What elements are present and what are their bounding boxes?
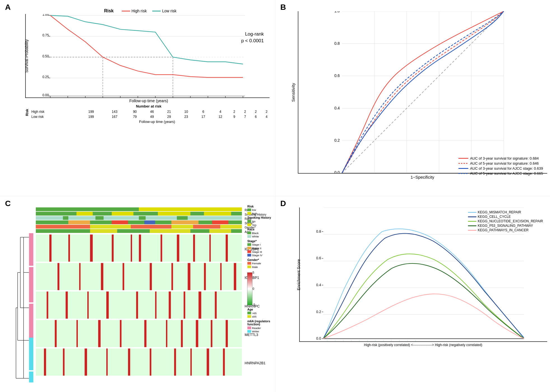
svg-rect-189 (247, 220, 251, 223)
svg-rect-87 (139, 207, 242, 211)
svg-text:1.00: 1.00 (42, 14, 49, 17)
svg-rect-111 (193, 225, 220, 229)
roc-legend-label-3: AUC of 3-year survival for AJCC stage: 0… (470, 166, 543, 171)
svg-rect-213 (247, 312, 251, 314)
svg-rect-168 (44, 349, 46, 376)
heatmap-mettl3-row: METTL3 (36, 320, 258, 347)
svg-rect-179 (247, 272, 252, 305)
svg-rect-128 (209, 235, 211, 262)
svg-text:0.4: 0.4 (316, 283, 321, 287)
svg-rect-83 (29, 304, 34, 339)
svg-rect-93 (204, 212, 231, 216)
svg-rect-162 (181, 320, 183, 347)
svg-text:METTL3: METTL3 (245, 333, 258, 337)
svg-rect-82 (29, 267, 34, 302)
svg-text:Race: Race (247, 228, 255, 231)
svg-rect-201 (247, 247, 251, 249)
svg-text:Gender*: Gender* (247, 258, 259, 262)
gsea-p53-label: KEGG_P53_SIGNALING_PATHWAY (478, 224, 533, 228)
km-container: Risk High risk Low risk Survival Probabi… (8, 8, 272, 193)
svg-rect-156 (55, 320, 57, 347)
svg-rect-173 (150, 349, 151, 376)
svg-text:White: White (252, 235, 259, 238)
gsea-legend: KEGG_MISMATCH_REPAIR KEGG_CELL_CYCLE KEG… (468, 210, 543, 233)
svg-rect-176 (207, 349, 209, 376)
svg-rect-149 (155, 291, 156, 319)
km-plot-area: Survival Probability Log-rankp < 0.0001 … (25, 14, 270, 98)
gsea-legend-cell-cycle: KEGG_CELL_CYCLE (468, 215, 543, 219)
svg-rect-141 (234, 263, 236, 290)
svg-text:0.6: 0.6 (334, 73, 340, 78)
svg-rect-96 (63, 216, 68, 220)
svg-rect-85 (29, 372, 34, 382)
svg-rect-81 (29, 233, 34, 266)
low-risk-row-label: Low risk (31, 115, 79, 119)
svg-rect-145 (65, 291, 68, 319)
svg-text:1.0: 1.0 (334, 11, 340, 13)
svg-rect-172 (128, 349, 130, 376)
gsea-cancer-pathways-label: KEGG_PATHWAYS_IN_CANCER (478, 228, 529, 232)
svg-text:Stage I: Stage I (252, 243, 261, 246)
svg-rect-148 (136, 291, 138, 319)
roc-legend-item-2: AUC of 5-year survival for signature: 0.… (458, 161, 543, 165)
svg-rect-159 (120, 320, 121, 347)
gsea-mismatch-label: KEGG_MISMATCH_REPAIR (478, 210, 521, 214)
svg-rect-191 (247, 223, 251, 226)
km-x-label: Follow-up time (years) (25, 99, 272, 103)
svg-rect-129 (226, 235, 228, 262)
svg-rect-137 (171, 263, 173, 290)
svg-text:0.75: 0.75 (42, 33, 49, 37)
svg-rect-140 (220, 263, 222, 290)
roc-legend-item-3: AUC of 3-year survival for AJCC stage: 0… (458, 166, 543, 171)
svg-rect-174 (174, 349, 176, 376)
svg-text:Black: Black (252, 232, 259, 235)
svg-rect-135 (123, 263, 124, 290)
roc-legend-label-1: AUC of 3-year survival for signature: 0.… (470, 156, 539, 160)
km-low-risk-legend: Low risk (152, 8, 176, 13)
svg-text:Stage*: Stage* (247, 239, 257, 243)
svg-rect-144 (47, 291, 48, 319)
svg-rect-123 (131, 235, 132, 262)
svg-rect-132 (57, 263, 59, 290)
svg-rect-147 (106, 291, 109, 319)
svg-text:0.2: 0.2 (316, 310, 321, 314)
svg-rect-101 (36, 220, 242, 224)
svg-rect-184 (247, 209, 251, 211)
svg-text:0.00: 0.00 (42, 93, 49, 97)
km-risk-table-data: High risk 199 143 90 46 21 10 6 4 2 2 2 (30, 109, 272, 120)
svg-rect-138 (188, 263, 191, 290)
svg-rect-153 (215, 291, 217, 319)
svg-rect-160 (144, 320, 146, 347)
svg-rect-99 (177, 216, 188, 220)
heatmap-hnrnpc-row: HNRNPC (36, 291, 260, 319)
svg-text:≤65: ≤65 (252, 315, 256, 318)
svg-rect-86 (36, 207, 139, 211)
svg-rect-104 (144, 220, 155, 224)
gsea-cell-cycle-label: KEGG_CELL_CYCLE (478, 215, 511, 219)
panel-d: D Enrichment Score 0.0 0.2 0.4 (275, 196, 550, 392)
svg-rect-127 (193, 235, 195, 262)
svg-rect-116 (209, 229, 231, 233)
km-legend: Risk High risk Low risk (8, 8, 272, 13)
gsea-container: Enrichment Score 0.0 0.2 0.4 0.6 0.8 (281, 205, 547, 386)
roc-legend-item-4: AUC of 5-year survival for AJCC stage: 0… (458, 171, 543, 176)
svg-rect-163 (196, 320, 198, 347)
panel-b: B Sensitivity 1.0 (275, 0, 550, 196)
heatmap-igf2bp2-row: IGF2BP2 (36, 235, 259, 262)
svg-rect-186 (247, 212, 251, 215)
svg-rect-102 (68, 220, 90, 224)
km-table-title: Number at risk (25, 104, 272, 108)
svg-rect-109 (36, 225, 90, 229)
svg-text:0.0: 0.0 (334, 170, 340, 174)
svg-text:Age: Age (247, 308, 253, 311)
stage-annotation-bar: Stage* (36, 220, 254, 225)
heatmap-hnrnpa2b1-row: HNRNPA2B1 (36, 349, 266, 376)
gsea-x-right-label: High-risk (negatively correlated) (435, 343, 482, 347)
age-annotation-bar: Age (36, 229, 250, 233)
roc-legend: AUC of 3-year survival for signature: 0.… (458, 156, 543, 176)
svg-rect-203 (247, 250, 251, 253)
svg-rect-169 (63, 349, 65, 376)
svg-rect-124 (139, 235, 141, 262)
svg-rect-139 (204, 263, 206, 290)
svg-rect-119 (49, 235, 52, 262)
